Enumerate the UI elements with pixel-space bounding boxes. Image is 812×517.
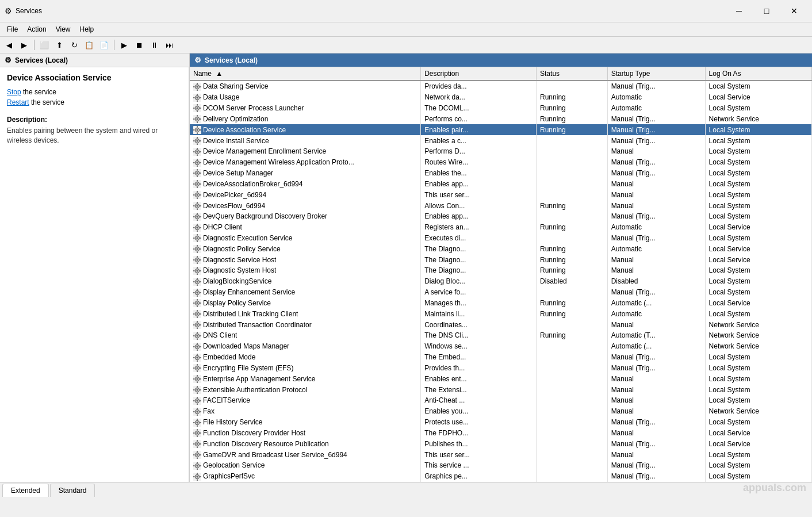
table-row[interactable]: Device Association ServiceEnables pair..… (190, 124, 812, 135)
table-row[interactable]: Diagnostic Service HostThe Diagno...Runn… (190, 254, 812, 265)
restart-link[interactable]: Restart (7, 98, 29, 106)
refresh-button[interactable]: ↻ (67, 39, 81, 51)
table-row[interactable]: Downloaded Maps ManagerWindows se...Auto… (190, 341, 812, 352)
table-row[interactable]: Display Enhancement ServiceA service fo.… (190, 287, 812, 298)
service-startup-cell: Manual (Trig... (607, 157, 705, 168)
table-row[interactable]: Function Discovery Provider HostThe FDPH… (190, 428, 812, 439)
service-name-text: Device Management Enrollment Service (203, 147, 326, 155)
service-desc-cell: The DNS Cli... (421, 330, 537, 341)
tab-standard[interactable]: Standard (50, 484, 95, 497)
svg-point-205 (196, 400, 198, 402)
service-startup-cell: Manual (607, 254, 705, 265)
table-row[interactable]: Function Discovery Resource PublicationP… (190, 438, 812, 449)
close-button[interactable]: ✕ (781, 3, 807, 18)
table-container[interactable]: Name ▲ Description Status Startup Type L… (190, 67, 812, 482)
table-row[interactable]: Device Install ServiceEnables a c...Manu… (190, 135, 812, 146)
minimize-button[interactable]: ─ (726, 3, 752, 18)
table-row[interactable]: Encrypting File System (EFS)Provides th.… (190, 363, 812, 374)
stop-button[interactable]: ⏹ (132, 39, 146, 51)
svg-rect-220 (197, 419, 198, 420)
service-name-text: Diagnostic Service Host (203, 256, 276, 264)
table-row[interactable]: GameDVR and Broadcast User Service_6d994… (190, 449, 812, 460)
table-row[interactable]: Enterprise App Management ServiceEnables… (190, 373, 812, 384)
service-logon-cell: Local System (705, 189, 811, 200)
table-row[interactable]: DialogBlockingServiceDialog Bloc...Disab… (190, 276, 812, 287)
svg-rect-143 (197, 299, 198, 301)
table-row[interactable]: File History ServiceProtects use...Manua… (190, 417, 812, 428)
service-name-text: Device Setup Manager (203, 169, 273, 177)
table-row[interactable]: DNS ClientThe DNS Cli...RunningAutomatic… (190, 330, 812, 341)
service-name-text: DialogBlockingService (203, 277, 271, 285)
menu-view[interactable]: View (51, 24, 75, 35)
service-desc-cell: Performs co... (421, 113, 537, 124)
service-startup-cell: Manual (607, 428, 705, 439)
service-name-cell: Distributed Transaction Coordinator (190, 319, 421, 330)
show-hide-button[interactable]: ⬜ (37, 39, 51, 51)
col-header-status[interactable]: Status (537, 67, 608, 81)
properties-button[interactable]: 📄 (97, 39, 111, 51)
table-row[interactable]: Data UsageNetwork da...RunningAutomaticL… (190, 92, 812, 103)
service-name-text: Data Sharing Service (203, 82, 268, 90)
table-row[interactable]: Diagnostic System HostThe Diagno...Runni… (190, 265, 812, 276)
svg-rect-47 (193, 151, 195, 152)
menu-action[interactable]: Action (22, 24, 51, 35)
col-header-desc[interactable]: Description (421, 67, 537, 81)
svg-point-9 (196, 97, 198, 99)
service-status-cell (537, 287, 608, 298)
restart-button[interactable]: ⏭ (162, 39, 176, 51)
table-row[interactable]: Geolocation ServiceThis service ...Manua… (190, 460, 812, 471)
table-row[interactable]: DeviceAssociationBroker_6d994Enables app… (190, 178, 812, 189)
export-button[interactable]: 📋 (82, 39, 96, 51)
table-row[interactable]: Distributed Link Tracking ClientMaintain… (190, 308, 812, 319)
service-status-cell (537, 471, 608, 482)
col-header-startup[interactable]: Startup Type (607, 67, 705, 81)
table-row[interactable]: DevQuery Background Discovery BrokerEnab… (190, 211, 812, 222)
svg-rect-229 (193, 432, 195, 434)
table-row[interactable]: DHCP ClientRegisters an...RunningAutomat… (190, 222, 812, 233)
table-row[interactable]: DevicesFlow_6d994Allows Con...RunningMan… (190, 200, 812, 211)
table-row[interactable]: Data Sharing ServiceProvides da...Manual… (190, 81, 812, 92)
service-desc-cell: The Diagno... (421, 265, 537, 276)
table-row[interactable]: FACEITServiceAnti-Cheat ...ManualLocal S… (190, 395, 812, 406)
service-name-text: Encrypting File System (EFS) (203, 364, 293, 372)
app-icon: ⚙ (5, 6, 12, 16)
forward-button[interactable]: ▶ (17, 39, 31, 51)
table-row[interactable]: Device Setup ManagerEnables the...Manual… (190, 168, 812, 179)
svg-rect-83 (200, 205, 201, 206)
table-row[interactable]: Display Policy ServiceManages th...Runni… (190, 298, 812, 309)
table-row[interactable]: Embedded ModeThe Embed...Manual (Trig...… (190, 352, 812, 363)
play-button[interactable]: ▶ (117, 39, 131, 51)
col-header-name[interactable]: Name ▲ (190, 67, 421, 81)
up-button[interactable]: ⬆ (52, 39, 66, 51)
stop-link[interactable]: Stop (7, 88, 21, 96)
tab-extended[interactable]: Extended (2, 484, 49, 497)
table-row[interactable]: Device Management Enrollment ServicePerf… (190, 146, 812, 157)
back-button[interactable]: ◀ (2, 39, 16, 51)
service-startup-cell: Manual (Trig... (607, 113, 705, 124)
service-startup-cell: Manual (Trig... (607, 233, 705, 244)
service-status-cell (537, 178, 608, 189)
svg-rect-208 (193, 400, 195, 401)
table-row[interactable]: FaxEnables you...ManualNetwork Service (190, 406, 812, 417)
svg-rect-243 (193, 454, 195, 455)
table-row[interactable]: Diagnostic Execution ServiceExecutes di.… (190, 233, 812, 244)
table-row[interactable]: Extensible Authentication ProtocolThe Ex… (190, 384, 812, 395)
menu-help[interactable]: Help (75, 24, 99, 35)
maximize-button[interactable]: □ (753, 3, 780, 18)
service-status-cell (537, 81, 608, 92)
service-logon-cell: Local Service (705, 298, 811, 309)
svg-point-233 (196, 443, 198, 445)
svg-point-198 (196, 389, 198, 391)
table-row[interactable]: Delivery OptimizationPerforms co...Runni… (190, 113, 812, 124)
menu-file[interactable]: File (2, 24, 22, 35)
col-header-logon[interactable]: Log On As (705, 67, 811, 81)
toolbar-sep-2 (114, 40, 114, 50)
table-row[interactable]: DevicePicker_6d994This user ser...Manual… (190, 189, 812, 200)
svg-rect-103 (193, 238, 195, 239)
table-row[interactable]: GraphicsPerfSvcGraphics pe...Manual (Tri… (190, 471, 812, 482)
table-row[interactable]: Device Management Wireless Application P… (190, 157, 812, 168)
pause-button[interactable]: ⏸ (147, 39, 161, 51)
table-row[interactable]: DCOM Server Process LauncherThe DCOML...… (190, 103, 812, 114)
table-row[interactable]: Distributed Transaction CoordinatorCoord… (190, 319, 812, 330)
table-row[interactable]: Diagnostic Policy ServiceThe Diagno...Ru… (190, 243, 812, 254)
